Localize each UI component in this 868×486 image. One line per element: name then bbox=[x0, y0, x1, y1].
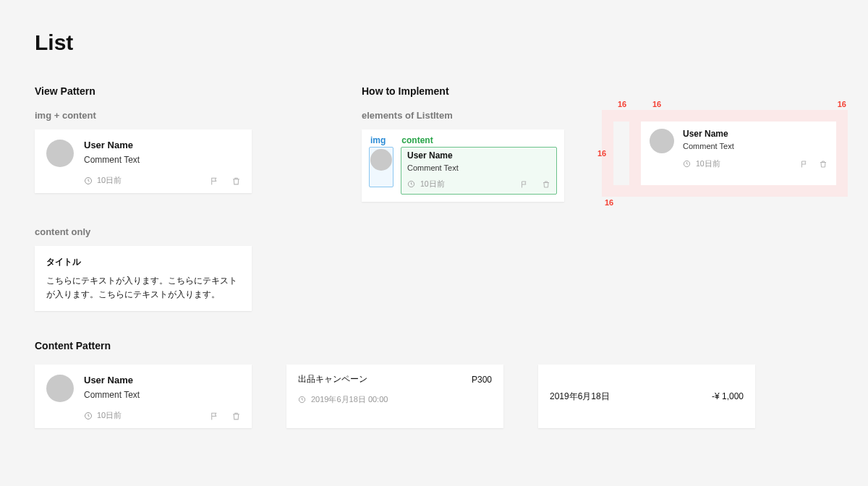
spacing-value-top-right: 16 bbox=[838, 100, 846, 108]
list-item-time: 10日前 bbox=[97, 175, 122, 186]
clock-icon bbox=[298, 396, 307, 404]
clock-icon bbox=[683, 160, 692, 169]
spacing-diagram: 16 16 16 16 16 User Name Comment Text bbox=[602, 110, 848, 197]
spacing-value-top-left: 16 bbox=[618, 100, 626, 108]
spacing-value-left: 16 bbox=[597, 149, 606, 158]
section-view-pattern: View Pattern bbox=[35, 85, 252, 97]
list-item-time: 10日前 bbox=[696, 159, 720, 169]
page-title: List bbox=[35, 30, 833, 55]
list-item-comment: Comment Text bbox=[683, 142, 827, 150]
campaign-card[interactable]: 出品キャンペーン P300 2019年6月18日 00:00 bbox=[286, 364, 503, 428]
avatar bbox=[46, 375, 74, 402]
avatar bbox=[370, 149, 392, 171]
list-item[interactable]: User Name Comment Text 10日前 bbox=[35, 129, 252, 193]
trash-icon bbox=[542, 180, 550, 189]
list-item-comment: Comment Text bbox=[407, 163, 550, 172]
diagram-content-label: content bbox=[401, 135, 433, 145]
subhead-elements: elements of ListItem bbox=[362, 110, 593, 121]
avatar bbox=[650, 129, 674, 153]
clock-icon bbox=[84, 412, 93, 420]
list-item-user: User Name bbox=[84, 140, 240, 150]
clock-icon bbox=[84, 176, 93, 185]
list-item-user: User Name bbox=[683, 129, 827, 139]
elements-diagram: img content User Name Comment Text bbox=[362, 129, 564, 202]
campaign-datetime: 2019年6月18日 00:00 bbox=[311, 394, 388, 405]
diagram-content-box: User Name Comment Text 10日前 bbox=[401, 147, 557, 195]
transaction-card[interactable]: 2019年6月18日 -¥ 1,000 bbox=[538, 364, 755, 428]
list-item-comment: Comment Text bbox=[84, 390, 240, 400]
list-item-time: 10日前 bbox=[420, 179, 445, 189]
transaction-amount: -¥ 1,000 bbox=[712, 391, 744, 401]
trash-icon[interactable] bbox=[231, 412, 240, 420]
spacing-value-bottom: 16 bbox=[605, 198, 613, 207]
list-item[interactable]: User Name Comment Text 10日前 bbox=[35, 364, 252, 428]
campaign-title: 出品キャンペーン bbox=[298, 373, 367, 385]
avatar bbox=[46, 140, 74, 167]
clock-icon bbox=[407, 180, 416, 189]
subhead-img-content: img + content bbox=[35, 110, 252, 121]
content-only-card[interactable]: タイトル こちらにテキストが入ります。こちらにテキストが入ります。こちらにテキス… bbox=[35, 246, 252, 311]
list-item-time: 10日前 bbox=[97, 410, 122, 421]
content-only-title: タイトル bbox=[46, 256, 240, 268]
diagram-img-box bbox=[369, 147, 393, 187]
list-item-user: User Name bbox=[407, 150, 550, 161]
list-item-comment: Comment Text bbox=[84, 155, 240, 165]
flag-icon[interactable] bbox=[210, 412, 218, 420]
flag-icon bbox=[800, 160, 809, 169]
content-only-body: こちらにテキストが入ります。こちらにテキストが入ります。こちらにテキストが入りま… bbox=[46, 274, 240, 301]
section-content-pattern: Content Pattern bbox=[35, 340, 833, 351]
flag-icon[interactable] bbox=[210, 176, 218, 185]
flag-icon bbox=[520, 180, 529, 189]
trash-icon[interactable] bbox=[231, 176, 240, 185]
trash-icon bbox=[819, 160, 827, 169]
list-item: User Name Comment Text 10日前 bbox=[641, 122, 836, 185]
spacing-value-top-mid: 16 bbox=[652, 100, 661, 108]
subhead-content-only: content only bbox=[35, 226, 252, 237]
campaign-points: P300 bbox=[472, 375, 492, 385]
diagram-img-label: img bbox=[370, 135, 386, 145]
transaction-date: 2019年6月18日 bbox=[550, 391, 610, 403]
list-item-user: User Name bbox=[84, 375, 240, 385]
section-how-to-implement: How to Implement bbox=[362, 85, 593, 97]
